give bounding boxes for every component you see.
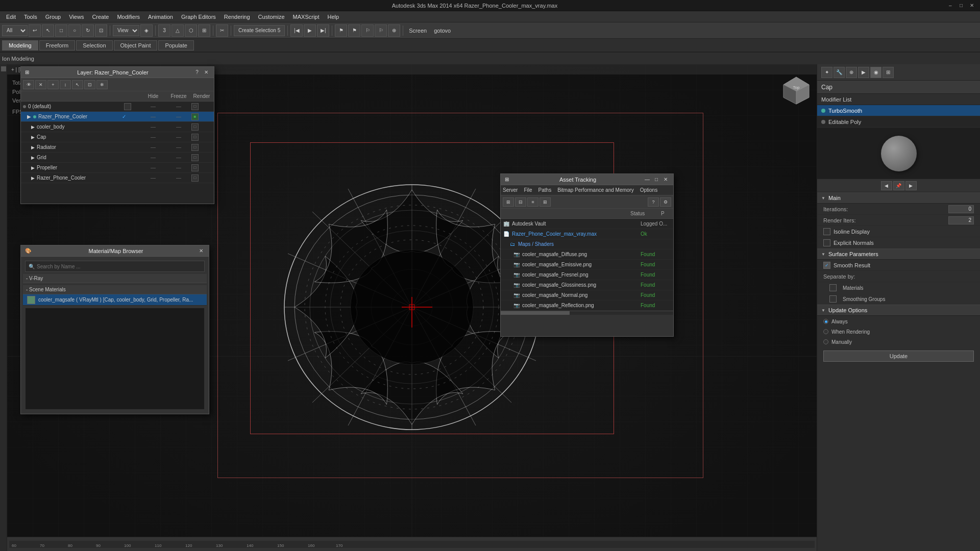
layer-btn-hide[interactable]: ⊡ bbox=[84, 80, 95, 89]
toolbar-btn-key1[interactable]: ⚑ bbox=[335, 24, 347, 37]
layer-btn-freeze[interactable]: ❄ bbox=[96, 80, 108, 89]
layer-btn-select[interactable]: ↖ bbox=[72, 80, 83, 89]
toolbar-btn-rotate[interactable]: ↻ bbox=[82, 24, 94, 37]
menu-item-modifiers[interactable]: Modifiers bbox=[113, 13, 144, 21]
asset-row-normal[interactable]: 📷 cooler_magsafe_Normal.png Found bbox=[501, 290, 673, 300]
asset-btn-help[interactable]: ? bbox=[648, 197, 659, 207]
tab-populate[interactable]: Populate bbox=[158, 40, 193, 51]
modifier-turbosmoothh[interactable]: TurboSmooth bbox=[817, 105, 980, 116]
radio-manually[interactable]: Manually bbox=[823, 337, 974, 346]
asset-menu-file[interactable]: File bbox=[524, 187, 532, 193]
material-item-cooler[interactable]: cooler_magsafe ( VRayMtl ) [Cap, cooler_… bbox=[23, 294, 207, 306]
layer-btn-move[interactable]: ↕ bbox=[60, 80, 71, 89]
menu-item-tools[interactable]: Tools bbox=[20, 13, 41, 21]
toolbar-btn-8[interactable]: ⊞ bbox=[198, 24, 210, 37]
layer-row-razer-phone-cooler-2[interactable]: ▶ Razer_Phone_Cooler — — □ bbox=[21, 173, 214, 183]
search-input[interactable] bbox=[37, 264, 201, 269]
asset-row-fresnel[interactable]: 📷 cooler_magsafe_Fresnel.png Found bbox=[501, 270, 673, 280]
tab-modeling[interactable]: Modeling bbox=[2, 40, 38, 51]
layer-btn-delete[interactable]: ✕ bbox=[35, 80, 46, 89]
menu-item-maxscript[interactable]: MAXScript bbox=[289, 13, 324, 21]
layer-panel-close[interactable]: ✕ bbox=[203, 69, 210, 76]
prop-section-main[interactable]: Main bbox=[817, 192, 980, 204]
layer-panel-question[interactable]: ? bbox=[193, 69, 201, 76]
toolbar-btn-render-frame[interactable]: ◈ bbox=[140, 24, 153, 37]
menu-item-edit[interactable]: Edit bbox=[2, 13, 20, 21]
material-panel-close[interactable]: ✕ bbox=[198, 247, 205, 255]
panel-icon-create[interactable]: ✦ bbox=[821, 67, 832, 78]
toolbar-btn-prev-frame[interactable]: |◀ bbox=[290, 24, 303, 37]
toolbar-btn-5[interactable]: 3 bbox=[158, 24, 170, 37]
asset-menu-options[interactable]: Options bbox=[640, 187, 657, 193]
asset-btn-3[interactable]: ≡ bbox=[527, 197, 538, 207]
asset-panel-maximize[interactable]: □ bbox=[653, 176, 660, 183]
toolbar-btn-scale[interactable]: ⊡ bbox=[95, 24, 107, 37]
menu-item-animation[interactable]: Animation bbox=[144, 13, 177, 21]
menu-item-create[interactable]: Create bbox=[88, 13, 113, 21]
prop-section-update[interactable]: Update Options bbox=[817, 305, 980, 316]
scene-section-header[interactable]: - Scene Materials bbox=[23, 285, 207, 294]
toolbar-btn-circle[interactable]: ○ bbox=[68, 24, 81, 37]
layer-row-radiator[interactable]: ▶ Radiator — — □ bbox=[21, 142, 214, 153]
asset-row-maps[interactable]: 🗂 Maps / Shaders bbox=[501, 239, 673, 249]
toolbar-btn-6[interactable]: △ bbox=[172, 24, 184, 37]
toolbar-btn-key2[interactable]: ⚑ bbox=[348, 24, 360, 37]
toolbar-select-view[interactable]: View bbox=[113, 25, 139, 36]
asset-panel-minimize[interactable]: — bbox=[644, 176, 651, 183]
toolbar-btn-select[interactable]: ↖ bbox=[42, 24, 54, 37]
tab-object-paint[interactable]: Object Paint bbox=[114, 40, 158, 51]
toolbar-select-all[interactable]: All bbox=[2, 25, 28, 36]
render-iters-input[interactable] bbox=[948, 216, 974, 224]
menu-item-customize[interactable]: Customize bbox=[254, 13, 289, 21]
layer-checkbox-default[interactable] bbox=[124, 103, 131, 110]
toolbar-btn-rect[interactable]: □ bbox=[55, 24, 67, 37]
radio-when-rendering[interactable]: When Rendering bbox=[823, 327, 974, 336]
toolbar-btn-9[interactable]: ✂ bbox=[216, 24, 228, 37]
panel-nav-prev[interactable]: ◀ bbox=[881, 181, 892, 190]
menu-item-rendering[interactable]: Rendering bbox=[220, 13, 254, 21]
layer-btn-visible[interactable]: 👁 bbox=[23, 80, 34, 89]
tab-selection[interactable]: Selection bbox=[76, 40, 112, 51]
toolbar-btn-play[interactable]: ▶ bbox=[304, 24, 316, 37]
update-button[interactable]: Update bbox=[823, 350, 974, 362]
panel-icon-display[interactable]: ◉ bbox=[870, 67, 881, 78]
panel-icon-motion[interactable]: ▶ bbox=[858, 67, 869, 78]
close-btn[interactable]: ✕ bbox=[968, 2, 976, 10]
create-selection-btn[interactable]: Create Selection 5 bbox=[234, 25, 285, 36]
modifier-editable-poly[interactable]: Editable Poly bbox=[817, 116, 980, 128]
panel-nav-pin[interactable]: 📌 bbox=[893, 181, 904, 190]
asset-row-emissive[interactable]: 📷 cooler_magsafe_Emissive.png Found bbox=[501, 260, 673, 270]
vray-section-header[interactable]: - V-Ray bbox=[23, 274, 207, 283]
maximize-btn[interactable]: □ bbox=[957, 2, 965, 10]
menu-item-help[interactable]: Help bbox=[324, 13, 344, 21]
prop-section-surface[interactable]: Surface Parameters bbox=[817, 248, 980, 260]
nav-cube[interactable]: Top bbox=[781, 74, 812, 105]
iterations-input[interactable] bbox=[948, 205, 974, 213]
asset-menu-bitmap[interactable]: Bitmap Performance and Memory bbox=[557, 187, 634, 193]
menu-item-views[interactable]: Views bbox=[65, 13, 88, 21]
layer-row-propeller[interactable]: ▶ Propeller — — □ bbox=[21, 163, 214, 173]
asset-row-diffuse[interactable]: 📷 cooler_magsafe_Diffuse.png Found bbox=[501, 249, 673, 260]
layer-row-default[interactable]: 0 (default) — — □ bbox=[21, 102, 214, 112]
menu-item-group[interactable]: Group bbox=[41, 13, 65, 21]
panel-icon-modify[interactable]: 🔧 bbox=[834, 67, 845, 78]
toolbar-btn-7[interactable]: ⬡ bbox=[185, 24, 197, 37]
asset-btn-settings[interactable]: ⚙ bbox=[660, 197, 671, 207]
asset-row-glossiness[interactable]: 📷 cooler_magsafe_Glossiness.png Found bbox=[501, 280, 673, 290]
tab-freeform[interactable]: Freeform bbox=[39, 40, 76, 51]
asset-row-vault[interactable]: 🏢 Autodesk Vault Logged O... bbox=[501, 219, 673, 229]
layer-row-cap[interactable]: ▶ Cap — — □ bbox=[21, 132, 214, 142]
minimize-btn[interactable]: – bbox=[946, 2, 954, 10]
isoline-checkbox[interactable] bbox=[823, 228, 830, 235]
menu-item-graph-editors[interactable]: Graph Editors bbox=[177, 13, 220, 21]
asset-panel-close[interactable]: ✕ bbox=[662, 176, 669, 183]
asset-menu-server[interactable]: Server bbox=[503, 187, 518, 193]
asset-scrollbar[interactable] bbox=[501, 311, 673, 315]
asset-panel-header[interactable]: ⊞ Asset Tracking — □ ✕ bbox=[501, 174, 673, 185]
smoothing-groups-checkbox[interactable] bbox=[829, 295, 837, 303]
toolbar-btn-next-frame[interactable]: ▶| bbox=[317, 24, 329, 37]
materials-checkbox[interactable] bbox=[829, 284, 837, 291]
asset-row-max[interactable]: 📄 Razer_Phone_Cooler_max_vray.max Ok bbox=[501, 229, 673, 239]
panel-icon-utilities[interactable]: ⊞ bbox=[883, 67, 894, 78]
asset-btn-2[interactable]: ⊟ bbox=[515, 197, 526, 207]
